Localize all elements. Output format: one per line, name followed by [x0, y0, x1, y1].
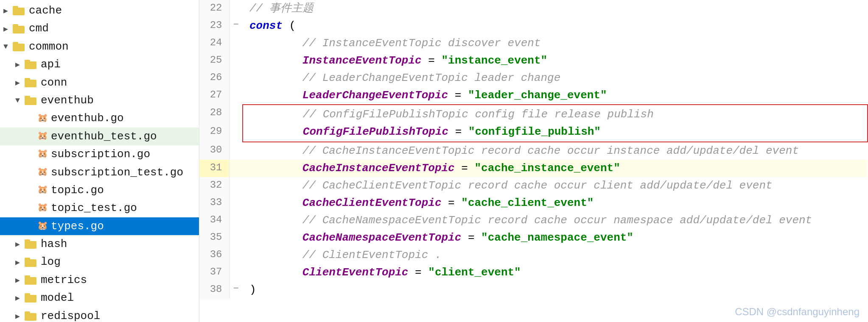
sidebar-item-eventhub-go[interactable]: 🐹 eventhub.go — [0, 109, 199, 127]
sidebar-item-label: conn — [41, 75, 199, 90]
line-gutter — [229, 87, 243, 105]
line-content: CacheInstanceEventTopic = "cache_instanc… — [243, 160, 868, 177]
code-line-26: 26 // LeaderChangeEventTopic leader chan… — [199, 69, 868, 87]
line-content: // ConfigFilePublishTopic config file re… — [243, 105, 868, 123]
sidebar-item-label: cmd — [29, 21, 199, 36]
line-number: 27 — [199, 87, 229, 105]
arrow-icon — [15, 275, 25, 285]
code-line-30: 30 // CacheInstanceEventTopic record cac… — [199, 142, 868, 160]
line-number: 23 — [199, 17, 229, 35]
sidebar-item-topic-test-go[interactable]: 🐹 topic_test.go — [0, 199, 199, 217]
line-gutter — [229, 177, 243, 194]
sidebar-item-log[interactable]: log — [0, 253, 199, 271]
folder-icon — [25, 239, 38, 250]
line-number: 25 — [199, 52, 229, 69]
line-gutter: − — [229, 17, 243, 35]
line-number: 22 — [199, 0, 229, 17]
folder-icon — [13, 5, 26, 16]
line-gutter — [229, 160, 243, 177]
line-number: 30 — [199, 142, 229, 160]
line-number: 38 — [199, 281, 229, 299]
sidebar-item-hash[interactable]: hash — [0, 235, 199, 253]
go-file-icon: 🐹 — [36, 221, 48, 232]
line-number: 29 — [199, 123, 229, 142]
line-content: // CacheClientEventTopic record cache oc… — [243, 177, 868, 194]
arrow-icon — [3, 42, 13, 51]
line-number: 37 — [199, 264, 229, 281]
go-file-icon: 🐹 — [36, 149, 48, 160]
sidebar-item-eventhub[interactable]: eventhub — [0, 92, 199, 109]
sidebar-item-label: subscription_test.go — [51, 165, 199, 180]
arrow-icon — [3, 6, 13, 15]
watermark: CSDN @csdnfanguyinheng — [735, 306, 860, 318]
line-number: 31 — [199, 160, 229, 177]
sidebar-item-cmd[interactable]: cmd — [0, 19, 199, 37]
line-content: ) — [243, 281, 868, 299]
arrow-icon — [15, 293, 25, 303]
code-line-36: 36 // ClientEventTopic . — [199, 247, 868, 264]
line-content: // 事件主题 — [243, 0, 868, 17]
sidebar-item-metrics[interactable]: metrics — [0, 271, 199, 289]
code-line-24: 24 // InstanceEventTopic discover event — [199, 35, 868, 52]
line-gutter — [229, 212, 243, 229]
line-gutter — [229, 194, 243, 212]
sidebar-item-label: eventhub_test.go — [51, 129, 199, 144]
folder-icon — [13, 23, 26, 34]
line-content: ClientEventTopic = "client_event" — [243, 264, 868, 281]
line-gutter — [229, 69, 243, 87]
go-file-icon: 🐹 — [36, 185, 48, 196]
folder-icon — [25, 292, 38, 303]
line-gutter: − — [229, 281, 243, 299]
go-file-icon: 🐹 — [36, 203, 48, 214]
sidebar-item-topic-go[interactable]: 🐹 topic.go — [0, 181, 199, 199]
sidebar-item-redispool[interactable]: redispool — [0, 307, 199, 322]
sidebar-item-label: hash — [41, 236, 199, 252]
sidebar-item-label: cache — [29, 3, 199, 18]
sidebar-item-conn[interactable]: conn — [0, 74, 199, 92]
line-gutter — [229, 35, 243, 52]
sidebar-item-model[interactable]: model — [0, 289, 199, 307]
file-tree: cache cmd common api conn eventhub 🐹 eve… — [0, 0, 199, 322]
line-content: ConfigFilePublishTopic = "configfile_pub… — [243, 123, 868, 142]
line-number: 24 — [199, 35, 229, 52]
line-content: LeaderChangeEventTopic = "leader_change_… — [243, 87, 868, 105]
code-line-33: 33 CacheClientEventTopic = "cache_client… — [199, 194, 868, 212]
code-line-32: 32 // CacheClientEventTopic record cache… — [199, 177, 868, 194]
line-content: // LeaderChangeEventTopic leader change — [243, 69, 868, 87]
line-number: 26 — [199, 69, 229, 87]
sidebar-item-api[interactable]: api — [0, 56, 199, 73]
arrow-icon — [15, 311, 25, 321]
sidebar-item-subscription-test-go[interactable]: 🐹 subscription_test.go — [0, 164, 199, 181]
sidebar-item-cache[interactable]: cache — [0, 2, 199, 19]
sidebar-item-label: topic_test.go — [51, 200, 199, 216]
folder-icon — [25, 59, 38, 70]
code-line-34: 34 // CacheNamespaceEventTopic record ca… — [199, 212, 868, 229]
sidebar-item-label: api — [41, 57, 199, 72]
line-gutter — [229, 247, 243, 264]
sidebar-item-eventhub-test-go[interactable]: 🐹 eventhub_test.go — [0, 128, 199, 145]
folder-icon — [25, 311, 38, 322]
sidebar-item-subscription-go[interactable]: 🐹 subscription.go — [0, 145, 199, 163]
folder-icon — [25, 95, 38, 106]
sidebar-item-types-go[interactable]: 🐹 types.go — [0, 217, 199, 235]
sidebar-item-label: model — [41, 290, 199, 305]
sidebar-item-label: types.go — [51, 219, 199, 234]
line-number: 34 — [199, 212, 229, 229]
code-line-29: 29 ConfigFilePublishTopic = "configfile_… — [199, 123, 868, 142]
line-content: // CacheInstanceEventTopic record cache … — [243, 142, 868, 160]
code-editor: 22 // 事件主题 23 − const ( 24 // InstanceEv… — [199, 0, 868, 322]
sidebar-item-label: metrics — [41, 272, 199, 288]
code-line-31: 31 CacheInstanceEventTopic = "cache_inst… — [199, 160, 868, 177]
line-gutter — [229, 123, 243, 142]
code-line-22: 22 // 事件主题 — [199, 0, 868, 17]
code-line-38: 38 − ) — [199, 281, 868, 299]
sidebar-item-label: topic.go — [51, 183, 199, 198]
folder-icon — [25, 275, 38, 286]
line-gutter — [229, 142, 243, 160]
code-line-37: 37 ClientEventTopic = "client_event" — [199, 264, 868, 281]
go-file-icon: 🐹 — [36, 131, 48, 142]
line-number: 33 — [199, 194, 229, 212]
sidebar-item-common[interactable]: common — [0, 38, 199, 56]
arrow-icon — [15, 60, 25, 69]
line-gutter — [229, 264, 243, 281]
